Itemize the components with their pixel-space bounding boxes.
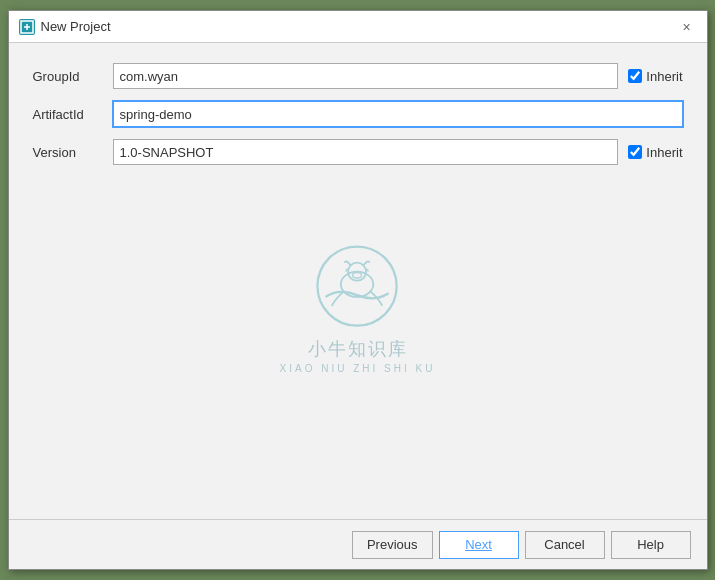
new-project-dialog: New Project × GroupId Inherit ArtifactId… xyxy=(8,10,708,570)
title-bar-left: New Project xyxy=(19,19,111,35)
help-label: Help xyxy=(637,537,664,552)
dialog-footer: Previous Next Cancel Help xyxy=(9,519,707,569)
groupid-label: GroupId xyxy=(33,69,113,84)
version-inherit-section: Inherit xyxy=(628,145,682,160)
groupid-inherit-label: Inherit xyxy=(646,69,682,84)
dialog-content: GroupId Inherit ArtifactId Version Inher… xyxy=(9,43,707,519)
version-label: Version xyxy=(33,145,113,160)
version-inherit-label: Inherit xyxy=(646,145,682,160)
previous-button[interactable]: Previous xyxy=(352,531,433,559)
watermark-text-cn: 小牛知识库 xyxy=(308,337,408,361)
cancel-label: Cancel xyxy=(544,537,584,552)
groupid-inherit-section: Inherit xyxy=(628,69,682,84)
help-button[interactable]: Help xyxy=(611,531,691,559)
title-bar: New Project × xyxy=(9,11,707,43)
watermark-text-en: XIAO NIU ZHI SHI KU xyxy=(280,363,436,374)
version-row: Version Inherit xyxy=(33,139,683,165)
groupid-inherit-checkbox[interactable] xyxy=(628,69,642,83)
version-input[interactable] xyxy=(113,139,619,165)
cancel-button[interactable]: Cancel xyxy=(525,531,605,559)
version-inherit-checkbox[interactable] xyxy=(628,145,642,159)
artifactid-row: ArtifactId xyxy=(33,101,683,127)
watermark: 小牛知识库 XIAO NIU ZHI SHI KU xyxy=(280,241,436,374)
watermark-logo-svg xyxy=(313,241,403,331)
groupid-row: GroupId Inherit xyxy=(33,63,683,89)
artifactid-label: ArtifactId xyxy=(33,107,113,122)
artifactid-input[interactable] xyxy=(113,101,683,127)
svg-point-6 xyxy=(353,273,362,278)
next-label: Next xyxy=(465,537,492,552)
svg-point-3 xyxy=(318,247,397,326)
svg-point-5 xyxy=(349,263,367,281)
svg-point-4 xyxy=(341,272,373,297)
next-button[interactable]: Next xyxy=(439,531,519,559)
dialog-icon xyxy=(19,19,35,35)
close-button[interactable]: × xyxy=(677,17,697,37)
dialog-title: New Project xyxy=(41,19,111,34)
previous-label: Previous xyxy=(367,537,418,552)
groupid-input[interactable] xyxy=(113,63,619,89)
